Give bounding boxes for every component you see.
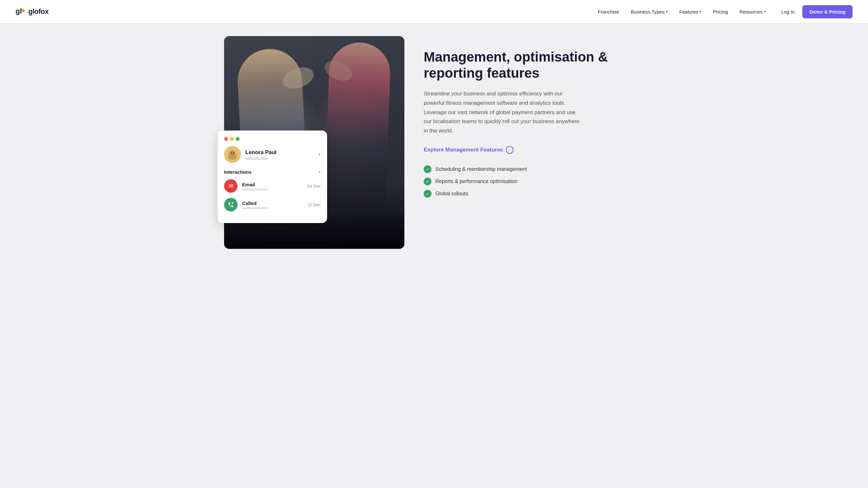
svg-point-6: [230, 150, 235, 154]
svg-point-8: [233, 152, 235, 154]
nav-item-resources[interactable]: Resources ▾: [740, 9, 766, 15]
dot-yellow: [230, 137, 234, 141]
floating-card: Lenora Paul ▾ Interactions ▾ ✉ Email 03 …: [218, 131, 327, 223]
explore-link[interactable]: Explore Management Features →: [424, 146, 514, 154]
user-chevron-icon: ▾: [318, 152, 321, 157]
feature-label-3: Global rollouts: [435, 191, 468, 197]
call-icon: [224, 198, 238, 211]
dot-red: [224, 137, 228, 141]
logo-text: glofox: [28, 7, 49, 16]
email-label: Email: [242, 182, 303, 187]
check-icon-2: ✓: [424, 178, 431, 185]
nav-item-pricing[interactable]: Pricing: [713, 9, 728, 15]
check-icon-1: ✓: [424, 165, 431, 173]
nav-item-business-types[interactable]: Business Types ▾: [631, 9, 668, 15]
svg-point-7: [230, 152, 232, 154]
email-bar: [242, 189, 268, 191]
interactions-header: Interactions ▾: [224, 169, 321, 175]
logo[interactable]: gl glofox: [16, 6, 49, 17]
main-heading: Management, optimisation & reporting fea…: [424, 49, 644, 82]
email-interaction: ✉ Email 03 Dec: [224, 179, 321, 193]
call-label: Called: [242, 200, 303, 206]
circle-arrow-icon: →: [506, 146, 514, 154]
call-interaction: Called 12 Dec: [224, 198, 321, 211]
feature-list: ✓ Scheduling & membership management ✓ R…: [424, 165, 644, 198]
chevron-down-icon: ▾: [666, 10, 668, 14]
nav-links: Franchise Business Types ▾ Features ▾ Pr…: [598, 9, 766, 15]
section-label: Interactions: [224, 169, 251, 175]
user-name: Lenora Paul: [245, 149, 314, 156]
svg-text:gl: gl: [16, 7, 22, 15]
chevron-down-icon: ▾: [764, 10, 766, 14]
feature-item-1: ✓ Scheduling & membership management: [424, 165, 644, 173]
email-date: 03 Dec: [307, 184, 321, 189]
avatar: [224, 146, 241, 163]
nav-right: Log In Demo & Pricing: [781, 5, 852, 18]
demo-pricing-button[interactable]: Demo & Pricing: [802, 5, 852, 18]
navigation: gl glofox Franchise Business Types ▾ Fea…: [0, 0, 868, 23]
text-section: Management, optimisation & reporting fea…: [424, 36, 644, 249]
window-dots: [224, 137, 321, 141]
page-content: Lenora Paul ▾ Interactions ▾ ✉ Email 03 …: [209, 23, 659, 262]
image-section: Lenora Paul ▾ Interactions ▾ ✉ Email 03 …: [224, 36, 404, 249]
feature-label-2: Reports & performance optimisation: [435, 178, 517, 184]
login-link[interactable]: Log In: [781, 9, 795, 15]
call-bar: [242, 207, 268, 209]
email-info: Email: [242, 182, 303, 191]
feature-item-3: ✓ Global rollouts: [424, 190, 644, 198]
user-subtitle-bar: [245, 157, 268, 160]
section-chevron-icon: ▾: [318, 170, 321, 174]
chevron-down-icon: ▾: [700, 10, 702, 14]
user-info: Lenora Paul: [245, 149, 314, 160]
feature-item-2: ✓ Reports & performance optimisation: [424, 178, 644, 185]
explore-link-text: Explore Management Features: [424, 147, 503, 153]
card-user: Lenora Paul ▾: [224, 146, 321, 163]
nav-item-franchise[interactable]: Franchise: [598, 9, 619, 15]
check-icon-3: ✓: [424, 190, 431, 198]
call-date: 12 Dec: [307, 202, 321, 207]
call-info: Called: [242, 200, 303, 209]
nav-item-features[interactable]: Features ▾: [679, 9, 702, 15]
feature-label-1: Scheduling & membership management: [435, 166, 527, 172]
main-description: Streamline your business and optimise ef…: [424, 89, 585, 136]
email-icon: ✉: [224, 179, 238, 193]
dot-green: [236, 137, 240, 141]
